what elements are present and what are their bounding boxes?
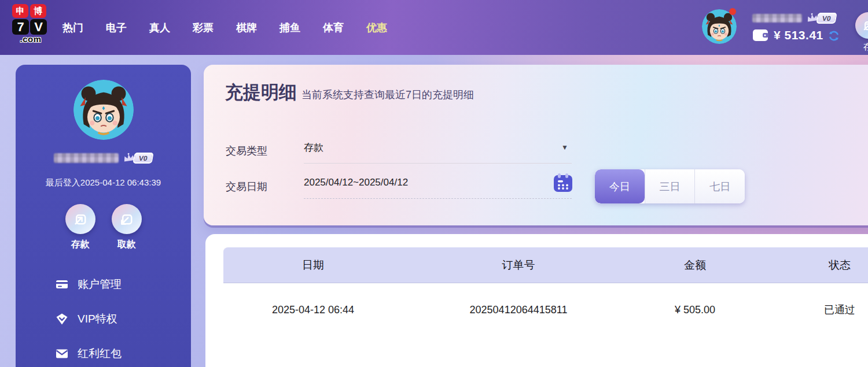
brand-badge-shen: 申 — [12, 4, 28, 18]
sidebar-item-vip-privileges[interactable]: VIP特权 — [16, 302, 191, 336]
top-nav-bar: 申 博 7 V .com 热门 电子 真人 彩票 棋牌 捕鱼 体育 优惠 — [0, 0, 868, 55]
brand-tiles: 7 V — [12, 19, 49, 35]
deposit-shortcut-label: 存 — [863, 42, 868, 53]
deposit-button[interactable]: 存款 — [65, 204, 95, 251]
brand-domain: .com — [12, 35, 49, 44]
floating-deposit-shortcut[interactable]: 存 — [855, 12, 868, 53]
brand-badge-bo: 博 — [30, 4, 46, 18]
col-header-status: 状态 — [756, 258, 868, 273]
date-range-button-group: 今日 三日 七日 — [595, 169, 745, 203]
wallet-icon — [752, 28, 770, 42]
sidebar-item-label: 红利红包 — [78, 346, 122, 361]
notification-dot — [729, 8, 736, 15]
filter-card: 充提明细 当前系统支持查询最近7日的充提明细 交易类型 存款 ▼ 交易日期 20… — [204, 65, 868, 225]
sidebar-avatar — [73, 80, 134, 140]
transaction-date-label: 交易日期 — [226, 180, 267, 194]
vip-level-label: V0 — [133, 153, 153, 164]
cell-amount: ¥ 505.00 — [634, 304, 756, 316]
col-header-date: 日期 — [223, 258, 403, 273]
nav-item-hot[interactable]: 热门 — [62, 21, 83, 35]
transaction-type-value: 存款 — [304, 142, 323, 153]
envelope-icon — [55, 347, 69, 361]
col-header-amount: 金额 — [634, 258, 756, 273]
nav-item-live[interactable]: 真人 — [149, 21, 170, 35]
vip-badge: V0 — [122, 153, 153, 164]
chevron-down-icon: ▼ — [561, 143, 568, 151]
transaction-type-label: 交易类型 — [226, 144, 267, 158]
brand-tile-7: 7 — [12, 19, 29, 35]
refresh-balance-icon[interactable] — [827, 29, 840, 42]
cell-date: 2025-04-12 06:44 — [223, 304, 403, 316]
brand-tile-v: V — [30, 19, 47, 35]
sidebar-username-row: V0 — [16, 151, 191, 164]
quick-actions: 存款 取款 — [16, 204, 191, 251]
vip-diamond-icon — [55, 312, 69, 326]
status-badge: 已通过 — [756, 303, 868, 317]
vip-badge[interactable]: V0 — [806, 13, 836, 24]
withdraw-button[interactable]: 取款 — [112, 204, 142, 251]
deposit-label: 存款 — [65, 239, 95, 251]
table-row: 2025-04-12 06:44 20250412064415811 ¥ 505… — [223, 283, 868, 336]
header-user-info: V0 ¥ 513.41 — [752, 12, 840, 42]
nav-item-promos[interactable]: 优惠 — [366, 21, 387, 35]
col-header-order-no: 订单号 — [403, 258, 634, 273]
masked-username — [54, 153, 119, 163]
table-header-row: 日期 订单号 金额 状态 — [223, 247, 868, 283]
nav-item-slots[interactable]: 电子 — [106, 21, 127, 35]
records-table-card: 日期 订单号 金额 状态 2025-04-12 06:44 2025041206… — [205, 234, 868, 367]
brand-badges: 申 博 — [12, 4, 49, 18]
transaction-date-value: 2025/04/12~2025/04/12 — [304, 177, 408, 188]
cell-order-no: 20250412064415811 — [403, 304, 634, 316]
header-avatar[interactable] — [702, 9, 737, 44]
page-title: 充提明细 — [225, 80, 297, 105]
sidebar-menu: 账户管理 VIP特权 红利红包 — [16, 267, 191, 367]
balance-amount: ¥ 513.41 — [774, 28, 823, 42]
range-3day-button[interactable]: 三日 — [645, 169, 695, 203]
nav-item-fishing[interactable]: 捕鱼 — [279, 21, 300, 35]
nav-item-chess[interactable]: 棋牌 — [236, 21, 257, 35]
nav-item-lottery[interactable]: 彩票 — [193, 21, 214, 35]
range-today-button[interactable]: 今日 — [595, 169, 645, 203]
withdraw-label: 取款 — [112, 239, 142, 251]
bank-card-icon — [55, 277, 69, 291]
last-login-text: 最后登入2025-04-12 06:43:39 — [16, 177, 191, 188]
masked-username — [752, 14, 802, 23]
page-subtitle: 当前系统支持查询最近7日的充提明细 — [301, 88, 474, 102]
profile-sidebar: V0 最后登入2025-04-12 06:43:39 存款 — [16, 65, 191, 367]
vip-level-label: V0 — [816, 13, 837, 24]
transaction-date-input[interactable]: 2025/04/12~2025/04/12 — [304, 177, 572, 199]
header-username-row: V0 — [752, 12, 840, 24]
transaction-type-select[interactable]: 存款 ▼ — [304, 141, 572, 164]
range-7day-button[interactable]: 七日 — [694, 169, 745, 203]
brand-logo[interactable]: 申 博 7 V .com — [12, 4, 49, 44]
calendar-icon[interactable] — [553, 173, 573, 192]
nav-item-sports[interactable]: 体育 — [323, 21, 344, 35]
sidebar-item-account-management[interactable]: 账户管理 — [16, 267, 191, 302]
balance-row: ¥ 513.41 — [752, 28, 840, 42]
sidebar-item-label: VIP特权 — [78, 312, 117, 327]
main-nav-menu: 热门 电子 真人 彩票 棋牌 捕鱼 体育 优惠 — [62, 0, 387, 55]
sidebar-item-bonus-redpacket[interactable]: 红利红包 — [16, 336, 191, 367]
withdraw-icon — [112, 204, 142, 234]
deposit-icon — [65, 204, 95, 234]
deposit-withdraw-details-page: { "brand": { "badge_left": "申", "badge_r… — [0, 0, 868, 367]
deposit-shortcut-icon — [855, 12, 868, 39]
sidebar-item-label: 账户管理 — [78, 277, 122, 292]
page-header: 充提明细 当前系统支持查询最近7日的充提明细 — [225, 80, 474, 105]
